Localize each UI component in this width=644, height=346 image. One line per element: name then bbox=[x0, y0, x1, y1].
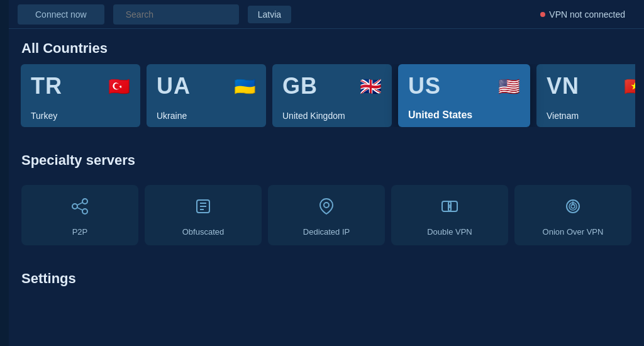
latvia-label: Latvia bbox=[248, 6, 291, 23]
settings-title: Settings bbox=[21, 259, 631, 294]
onion-over-vpn-icon bbox=[563, 196, 583, 221]
top-bar-left: Connect now Latvia bbox=[9, 4, 291, 25]
specialty-card-obfuscated[interactable]: Obfuscated bbox=[145, 185, 262, 245]
specialty-section: Specialty servers P2P bbox=[21, 141, 631, 245]
card-top-us: US 🇺🇸 bbox=[408, 73, 520, 99]
vpn-status: VPN not connected bbox=[540, 9, 625, 20]
card-name-ua: Ukraine bbox=[157, 108, 256, 121]
svg-point-1 bbox=[82, 199, 87, 204]
card-flag-vn: 🇻🇳 bbox=[624, 76, 635, 97]
svg-point-0 bbox=[72, 204, 77, 209]
specialty-cards-row: P2P Obfuscated bbox=[21, 185, 631, 245]
card-top-ua: UA 🇺🇦 bbox=[157, 73, 256, 99]
card-name-gb: United Kingdom bbox=[282, 108, 382, 121]
card-flag-ua: 🇺🇦 bbox=[234, 76, 256, 97]
obfuscated-icon bbox=[193, 196, 213, 221]
p2p-icon bbox=[70, 196, 90, 221]
country-card-us[interactable]: US 🇺🇸 United States bbox=[398, 64, 530, 127]
card-top-gb: GB 🇬🇧 bbox=[282, 73, 382, 99]
specialty-card-p2p[interactable]: P2P bbox=[21, 185, 138, 245]
onion-over-vpn-label: Onion Over VPN bbox=[543, 227, 604, 237]
specialty-card-double-vpn[interactable]: Double VPN bbox=[391, 185, 508, 245]
specialty-card-onion-over-vpn[interactable]: Onion Over VPN bbox=[514, 185, 631, 245]
card-name-vn: Vietnam bbox=[547, 108, 635, 121]
vpn-status-text: VPN not connected bbox=[549, 9, 625, 20]
obfuscated-label: Obfuscated bbox=[182, 227, 225, 237]
svg-point-9 bbox=[324, 203, 329, 208]
left-sidebar bbox=[0, 0, 9, 346]
card-code-ua: UA bbox=[157, 73, 191, 99]
svg-line-3 bbox=[77, 203, 82, 205]
double-vpn-icon bbox=[440, 196, 460, 221]
all-countries-title: All Countries bbox=[21, 29, 631, 64]
card-code-tr: TR bbox=[31, 73, 62, 99]
card-flag-us: 🇺🇸 bbox=[498, 76, 520, 97]
connect-now-button[interactable]: Connect now bbox=[18, 4, 104, 25]
vpn-status-dot bbox=[540, 12, 545, 17]
card-top-tr: TR 🇹🇷 bbox=[31, 73, 130, 99]
card-flag-tr: 🇹🇷 bbox=[108, 76, 130, 97]
card-code-gb: GB bbox=[282, 73, 318, 99]
dedicated-ip-label: Dedicated IP bbox=[303, 227, 350, 237]
card-name-tr: Turkey bbox=[31, 108, 130, 121]
country-card-tr[interactable]: TR 🇹🇷 Turkey bbox=[21, 64, 140, 127]
country-card-gb[interactable]: GB 🇬🇧 United Kingdom bbox=[272, 64, 392, 127]
specialty-title: Specialty servers bbox=[21, 141, 631, 176]
card-code-vn: VN bbox=[547, 73, 579, 99]
double-vpn-label: Double VPN bbox=[427, 227, 472, 237]
specialty-card-dedicated-ip[interactable]: Dedicated IP bbox=[268, 185, 385, 245]
country-cards-row: TR 🇹🇷 Turkey UA 🇺🇦 Ukraine GB 🇬🇧 United … bbox=[18, 64, 635, 127]
settings-section: Settings bbox=[21, 259, 631, 294]
top-bar: Connect now Latvia VPN not connected bbox=[9, 0, 644, 29]
svg-line-4 bbox=[77, 208, 82, 210]
main-content: All Countries TR 🇹🇷 Turkey UA 🇺🇦 Ukraine bbox=[9, 29, 644, 294]
card-name-us: United States bbox=[408, 107, 520, 121]
search-input[interactable] bbox=[113, 4, 239, 25]
card-top-vn: VN 🇻🇳 bbox=[547, 73, 635, 99]
country-card-vn[interactable]: VN 🇻🇳 Vietnam bbox=[536, 64, 635, 127]
dedicated-ip-icon bbox=[316, 196, 336, 221]
card-flag-gb: 🇬🇧 bbox=[360, 76, 382, 97]
country-card-ua[interactable]: UA 🇺🇦 Ukraine bbox=[147, 64, 266, 127]
svg-point-2 bbox=[82, 209, 87, 214]
p2p-label: P2P bbox=[72, 227, 88, 237]
card-code-us: US bbox=[408, 73, 441, 99]
